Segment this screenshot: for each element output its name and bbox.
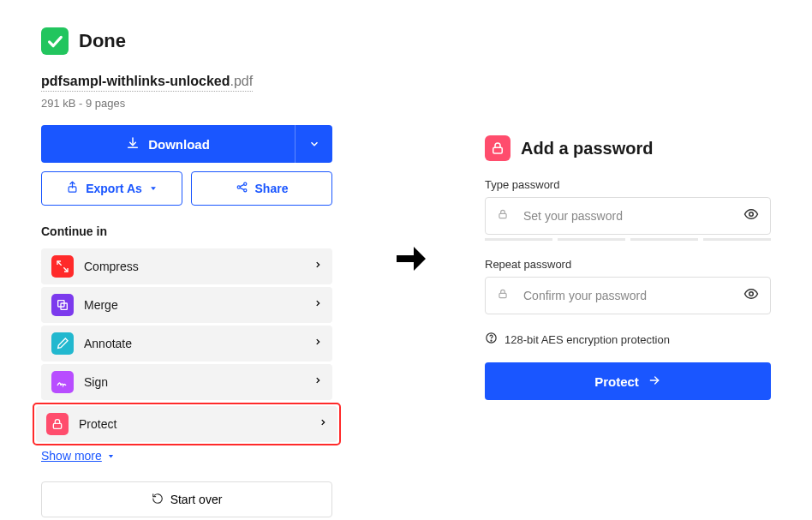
caret-down-icon: [149, 182, 158, 195]
tool-sign[interactable]: Sign: [41, 364, 332, 400]
lock-icon: [497, 288, 509, 303]
download-label: Download: [148, 137, 210, 152]
help-icon[interactable]: [485, 332, 498, 347]
eye-icon[interactable]: [743, 286, 759, 305]
filename[interactable]: pdfsampl-withlinks-unlocked.pdf: [41, 74, 332, 92]
sign-icon: [51, 371, 74, 393]
annotate-icon: [51, 332, 74, 355]
show-more-label: Show more: [41, 449, 102, 463]
tool-label: Sign: [84, 375, 313, 389]
svg-line-8: [63, 267, 68, 272]
show-more-link[interactable]: Show more: [41, 449, 115, 463]
svg-marker-12: [109, 455, 113, 457]
start-over-button[interactable]: Start over: [41, 481, 332, 517]
arrow-right-icon: [648, 374, 661, 390]
svg-point-17: [749, 292, 754, 296]
export-label: Export As: [86, 182, 142, 195]
protect-button[interactable]: Protect: [485, 362, 771, 400]
chevron-right-icon: [313, 259, 322, 274]
chevron-right-icon: [319, 416, 327, 432]
caret-down-icon: [107, 449, 115, 463]
panel-title: Add a password: [521, 139, 653, 158]
continue-label: Continue in: [41, 224, 332, 238]
password-strength-bar: [485, 238, 771, 241]
eye-icon[interactable]: [743, 206, 759, 225]
lock-icon: [485, 135, 510, 161]
svg-point-15: [749, 212, 754, 217]
arrow-right-icon: [390, 238, 431, 283]
password-input[interactable]: [485, 197, 771, 235]
svg-marker-1: [151, 187, 156, 190]
chevron-right-icon: [313, 374, 322, 390]
confirm-password-input[interactable]: [485, 277, 771, 314]
download-button[interactable]: Download: [41, 125, 295, 163]
chevron-right-icon: [313, 336, 322, 351]
tool-merge[interactable]: Merge: [41, 287, 332, 323]
export-button[interactable]: Export As: [41, 171, 182, 206]
svg-line-7: [57, 261, 62, 266]
chevron-right-icon: [313, 297, 322, 313]
lock-icon: [497, 208, 509, 224]
tool-annotate[interactable]: Annotate: [41, 326, 332, 362]
svg-rect-11: [53, 423, 61, 428]
share-icon: [236, 181, 248, 196]
tool-protect[interactable]: Protect: [36, 406, 337, 442]
download-icon: [126, 136, 140, 152]
merge-icon: [51, 294, 74, 316]
tool-label: Compress: [84, 260, 313, 273]
file-meta: 291 kB - 9 pages: [41, 97, 332, 110]
svg-line-5: [240, 184, 244, 187]
svg-point-19: [491, 340, 492, 341]
download-dropdown[interactable]: [295, 125, 332, 163]
checkmark-icon: [41, 27, 69, 55]
filename-base: pdfsampl-withlinks-unlocked: [41, 74, 230, 88]
filename-ext: .pdf: [230, 74, 253, 88]
restart-icon: [152, 493, 164, 507]
svg-rect-16: [499, 293, 506, 297]
done-label: Done: [79, 30, 126, 52]
tool-label: Annotate: [84, 337, 313, 350]
type-password-label: Type password: [485, 178, 771, 191]
encryption-info: 128-bit AES encryption protection: [485, 332, 771, 347]
start-over-label: Start over: [170, 493, 223, 506]
done-banner: Done: [41, 27, 332, 55]
tool-label: Merge: [84, 298, 313, 312]
repeat-password-label: Repeat password: [485, 258, 771, 271]
encryption-info-text: 128-bit AES encryption protection: [505, 333, 670, 346]
svg-rect-14: [499, 213, 506, 218]
share-button[interactable]: Share: [191, 171, 332, 206]
protect-icon: [46, 413, 69, 435]
tool-label: Protect: [79, 417, 319, 431]
protect-button-label: Protect: [594, 374, 639, 389]
tool-compress[interactable]: Compress: [41, 248, 332, 284]
svg-line-6: [240, 188, 244, 190]
panel-header: Add a password: [485, 135, 771, 161]
share-label: Share: [255, 182, 289, 195]
compress-icon: [51, 255, 74, 278]
protect-highlight: Protect: [33, 403, 341, 445]
export-icon: [66, 181, 79, 196]
svg-rect-13: [493, 147, 503, 153]
